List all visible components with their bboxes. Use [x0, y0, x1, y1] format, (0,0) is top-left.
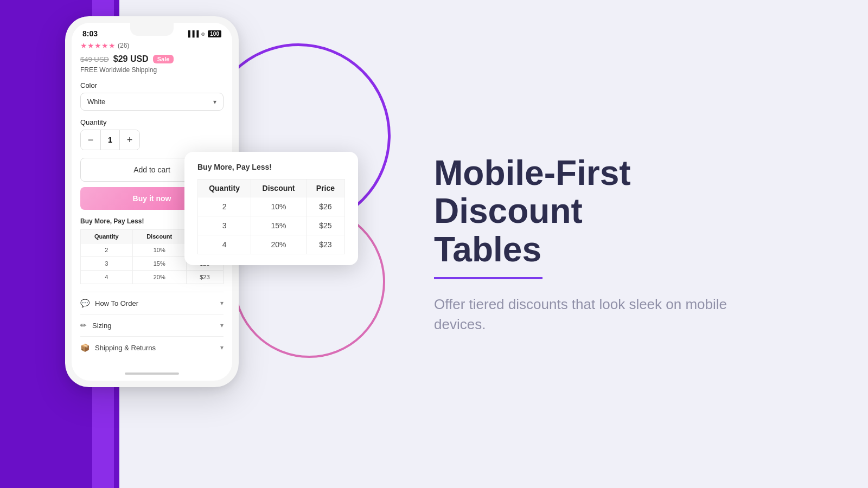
subtitle-text: Offer tiered discounts that look sleek o… [434, 294, 738, 334]
title-line2: Tables [434, 230, 541, 269]
accordion-shipping[interactable]: 📦 Shipping & Returns ▾ [80, 336, 224, 358]
battery-indicator: 100 [208, 30, 221, 37]
qty-cell: 2 [81, 243, 133, 257]
how-to-order-label: How To Order [95, 299, 138, 307]
quantity-decrease-button[interactable]: − [81, 130, 100, 150]
right-text: Mobile-First Discount Tables Offer tiere… [434, 154, 738, 334]
phone-notch [130, 23, 174, 36]
qty-cell: 3 [81, 257, 133, 271]
phone-table-header-discount: Discount [132, 230, 186, 243]
accordion-left: 📦 Shipping & Returns [80, 343, 156, 352]
table-row: 4 20% $23 [81, 271, 224, 284]
star-rating: ★★★★★ [80, 41, 116, 50]
quantity-section: Quantity − 1 + [80, 118, 224, 150]
accordion-left: 💬 How To Order [80, 299, 138, 307]
qty-cell: 3 [198, 216, 251, 235]
phone-table-header-qty: Quantity [81, 230, 133, 243]
sizing-label: Sizing [92, 322, 111, 330]
accordion-sizing[interactable]: ✏ Sizing ▾ [80, 314, 224, 336]
chevron-down-icon: ▾ [220, 299, 224, 307]
discount-cell: 20% [251, 235, 307, 254]
title-underline [434, 277, 542, 279]
chevron-down-icon: ▾ [220, 322, 224, 329]
price-cell: $23 [306, 235, 344, 254]
popup-header-price: Price [306, 179, 344, 197]
how-to-order-icon: 💬 [80, 299, 90, 307]
quantity-label: Quantity [80, 118, 224, 126]
qty-cell: 2 [198, 197, 251, 216]
title-line1: Mobile-First Discount [434, 153, 631, 230]
review-count: (26) [118, 42, 129, 49]
table-row: 4 20% $23 [198, 235, 345, 254]
discount-cell: 15% [251, 216, 307, 235]
price-cell: $26 [306, 197, 344, 216]
price-cell: $25 [306, 216, 344, 235]
chevron-down-icon: ▾ [213, 98, 216, 106]
popup-discount-table: Quantity Discount Price 2 10% $26 3 15% … [197, 179, 345, 254]
quantity-controls: − 1 + [80, 130, 140, 150]
home-indicator [125, 373, 179, 375]
popup-title: Buy More, Pay Less! [197, 163, 345, 171]
discount-cell: 15% [132, 257, 186, 271]
shipping-label: Shipping & Returns [95, 344, 156, 352]
main-title: Mobile-First Discount Tables [434, 154, 738, 268]
popup-header-discount: Discount [251, 179, 307, 197]
qty-cell: 4 [198, 235, 251, 254]
accordion-how-to-order[interactable]: 💬 How To Order ▾ [80, 292, 224, 314]
rating-row: ★★★★★ (26) [80, 41, 224, 50]
status-time: 8:03 [82, 29, 98, 38]
qty-cell: 4 [81, 271, 133, 284]
shipping-text: FREE Worldwide Shipping [80, 66, 224, 74]
discount-cell: 20% [132, 271, 186, 284]
right-content-area: Mobile-First Discount Tables Offer tiere… [347, 0, 868, 488]
color-label: Color [80, 81, 224, 89]
accordion-left: ✏ Sizing [80, 321, 111, 330]
color-value: White [87, 98, 105, 106]
wifi-icon: ⌾ [201, 30, 205, 37]
discount-cell: 10% [132, 243, 186, 257]
table-row: 2 10% $26 [198, 197, 345, 216]
color-select[interactable]: White ▾ [80, 93, 224, 111]
table-row: 3 15% $25 [198, 216, 345, 235]
quantity-increase-button[interactable]: + [120, 130, 139, 150]
status-icons: ▐▐▐ ⌾ 100 [186, 30, 221, 37]
quantity-value: 1 [100, 130, 120, 150]
signal-icon: ▐▐▐ [186, 30, 199, 37]
discount-cell: 10% [251, 197, 307, 216]
popup-header-qty: Quantity [198, 179, 251, 197]
price-row: $49 USD $29 USD Sale [80, 54, 224, 64]
sale-badge: Sale [153, 55, 174, 63]
price-cell: $23 [186, 271, 223, 284]
original-price: $49 USD [80, 55, 109, 63]
popup-discount-card: Buy More, Pay Less! Quantity Discount Pr… [184, 152, 358, 265]
sizing-icon: ✏ [80, 321, 87, 330]
shipping-icon: 📦 [80, 343, 90, 352]
current-price: $29 USD [113, 54, 149, 64]
chevron-down-icon: ▾ [220, 344, 224, 351]
